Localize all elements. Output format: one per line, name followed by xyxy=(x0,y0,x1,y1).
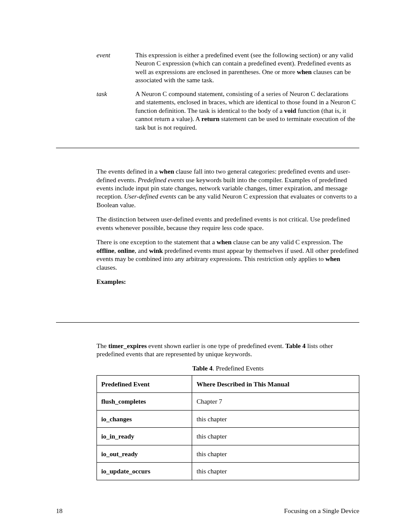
table-cell-event: io_update_occurs xyxy=(97,463,192,480)
definition-term: task xyxy=(97,90,135,131)
table-header-where: Where Described in This Manual xyxy=(192,375,359,392)
text: , xyxy=(114,247,118,254)
definition-row-task: task A Neuron C compound statement, cons… xyxy=(97,90,359,131)
table-cell-where: this chapter xyxy=(192,410,359,427)
table-row: io_update_occurs this chapter xyxy=(97,463,359,480)
definition-list: event This expression is either a predef… xyxy=(97,51,359,131)
table-row: flush_completes Chapter 7 xyxy=(97,393,359,410)
table-row: io_changes this chapter xyxy=(97,410,359,427)
text: clause can be any valid C expression. Th… xyxy=(231,238,342,246)
running-title: Focusing on a Single Device xyxy=(284,507,359,515)
definition-description: This expression is either a predefined e… xyxy=(135,51,359,84)
table-cell-where: Chapter 7 xyxy=(192,393,359,410)
keyword-return: return xyxy=(202,115,220,122)
table-cell-where: this chapter xyxy=(192,428,359,445)
keyword-online: online xyxy=(118,247,135,254)
text: , and xyxy=(135,247,149,254)
table-header-row: Predefined Event Where Described in This… xyxy=(97,375,359,392)
paragraph: The distinction between user-defined eve… xyxy=(97,215,359,232)
table-header-event: Predefined Event xyxy=(97,375,192,392)
keyword-void: void xyxy=(284,107,296,114)
keyword-when: when xyxy=(217,238,232,246)
definition-row-event: event This expression is either a predef… xyxy=(97,51,359,84)
table-caption-number: Table 4 xyxy=(192,364,212,372)
definition-term: event xyxy=(97,51,135,84)
table-cell-where: this chapter xyxy=(192,445,359,462)
text: The xyxy=(97,342,108,349)
paragraph: There is one exception to the statement … xyxy=(97,238,359,271)
page-footer: 18 Focusing on a Single Device xyxy=(56,507,359,515)
definition-description: A Neuron C compound statement, consistin… xyxy=(135,90,359,131)
table-cell-event: io_in_ready xyxy=(97,428,192,445)
keyword-offline: offline xyxy=(97,247,114,254)
paragraph: The events defined in a when clause fall… xyxy=(97,167,359,209)
table-row: io_in_ready this chapter xyxy=(97,428,359,445)
examples-heading: Examples: xyxy=(97,277,359,286)
text: The events defined in a xyxy=(97,168,159,175)
body-text-block-1: The events defined in a when clause fall… xyxy=(97,167,359,286)
text: event shown earlier is one type of prede… xyxy=(147,342,286,349)
text: There is one exception to the statement … xyxy=(97,238,217,246)
table-caption: Table 4. Predefined Events xyxy=(97,364,359,372)
keyword-wink: wink xyxy=(149,247,163,254)
keyword-when: when xyxy=(325,255,340,262)
table-row: io_out_ready this chapter xyxy=(97,445,359,462)
table-cell-where: this chapter xyxy=(192,463,359,480)
term-user-defined-events: User-defined events xyxy=(124,193,176,200)
term-predefined-events: Predefined events xyxy=(138,176,184,184)
keyword-when: when xyxy=(159,168,174,175)
text: clauses. xyxy=(97,264,117,271)
keyword-timer-expires: timer_expires xyxy=(108,342,146,349)
table-cell-event: flush_completes xyxy=(97,393,192,410)
page-number: 18 xyxy=(56,507,62,515)
page: event This expression is either a predef… xyxy=(0,0,411,532)
keyword-when: when xyxy=(297,68,312,75)
table-cell-event: io_out_ready xyxy=(97,445,192,462)
predefined-events-table: Predefined Event Where Described in This… xyxy=(97,375,359,480)
body-text-block-2: The timer_expires event shown earlier is… xyxy=(97,342,359,480)
paragraph: The timer_expires event shown earlier is… xyxy=(97,342,359,358)
table-caption-title: . Predefined Events xyxy=(212,364,264,372)
table-cell-event: io_changes xyxy=(97,410,192,427)
table-reference: Table 4 xyxy=(285,342,305,349)
